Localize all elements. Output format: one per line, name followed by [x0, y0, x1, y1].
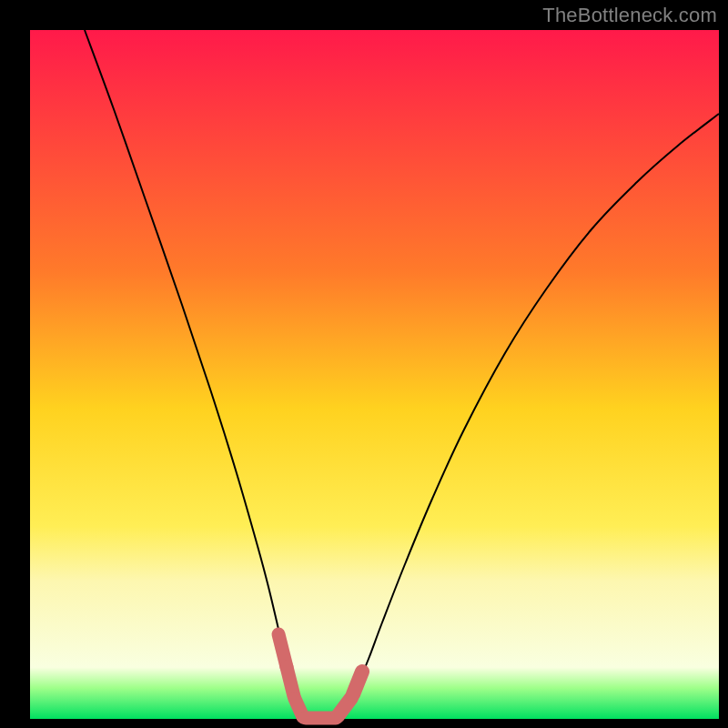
attribution-label: TheBottleneck.com: [542, 4, 717, 27]
chart-wrapper: TheBottleneck.com: [0, 0, 728, 728]
highlight-capsule: [353, 672, 362, 694]
chart-plot-area: [30, 30, 719, 719]
highlight-capsule: [287, 667, 294, 696]
bottleneck-chart: [0, 0, 728, 728]
